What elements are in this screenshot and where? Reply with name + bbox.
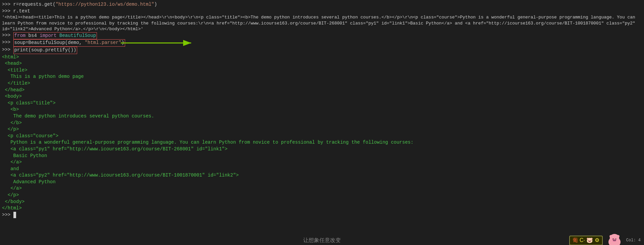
html-out-17: </a> <box>0 159 644 166</box>
line-5: >>> soup=BeautifulSoup(demo, "html.parse… <box>0 39 644 47</box>
svg-point-12 <box>616 235 620 238</box>
html-out-25: </html> <box>0 205 644 212</box>
prompt-1: >>> r=requests.get("https://python123.io… <box>2 1 157 8</box>
prompt-final: >>> <box>2 212 13 218</box>
html-out-20: Advanced Python <box>0 179 644 186</box>
html-out-4: This is a python demo page <box>0 74 644 80</box>
html-out-10: The demo python introduces several pytho… <box>0 113 644 120</box>
terminal: >>> r=requests.get("https://python123.io… <box>0 0 644 245</box>
html-out-21: </a> <box>0 185 644 192</box>
svg-point-9 <box>613 240 614 241</box>
bottom-right-area: 葡 C· 🐷 ⚙ <box>341 232 641 245</box>
html-out-3: <title> <box>0 67 644 74</box>
final-prompt[interactable]: >>> <box>0 212 644 218</box>
html-out-23: </p> <box>0 192 644 199</box>
prompt-2: >>> r.text <box>2 8 30 15</box>
cjk-icon-2: 🐷 <box>586 237 593 243</box>
html-out-8: <p class="title"> <box>0 100 644 107</box>
line-1: >>> r=requests.get("https://python123.io… <box>0 1 644 8</box>
html-out-12: </p> <box>0 126 644 133</box>
html-out-15: <a class="py1" href="http://www.icourse1… <box>0 146 644 153</box>
prompt-5: >>> <box>2 39 13 46</box>
cursor <box>13 212 16 218</box>
cjk-text: C· <box>580 237 585 243</box>
line-6: >>> print(soup.prettify()) <box>0 47 644 54</box>
svg-point-8 <box>612 239 616 242</box>
html-out-14: Python is a wonderful general-purpose pr… <box>0 139 644 146</box>
code-soup: soup=BeautifulSoup(demo, "html.parser") <box>13 39 125 47</box>
html-out-16: Basic Python <box>0 153 644 159</box>
html-out-24: </body> <box>0 199 644 205</box>
html-out-5: </title> <box>0 80 644 87</box>
prompt-6: >>> <box>2 47 13 53</box>
html-out-2: <head> <box>0 60 644 67</box>
col-info: Col: 4 <box>626 238 641 243</box>
html-out-13: <p class="course"> <box>0 133 644 140</box>
bottom-bar: 让想象任意改变 葡 C· 🐷 ⚙ <box>0 236 644 245</box>
html-out-6: </head> <box>0 87 644 94</box>
html-out-7: <body> <box>0 93 644 100</box>
html-out-9: <b> <box>0 106 644 113</box>
html-out-11: </b> <box>0 120 644 127</box>
cjk-toolbar[interactable]: 葡 C· 🐷 ⚙ <box>569 236 602 245</box>
svg-point-10 <box>614 240 615 241</box>
output-text-3: '<html><head><title>This is a python dem… <box>2 14 642 32</box>
cjk-icon-3: ⚙ <box>595 237 599 243</box>
html-out-18: and <box>0 166 644 173</box>
svg-point-11 <box>609 235 613 238</box>
line-3-output: '<html><head><title>This is a python dem… <box>0 14 644 32</box>
peppa-pig-icon <box>606 232 623 245</box>
line-4: >>> from bs4 import BeautifulSoup <box>0 32 644 40</box>
code-print: print(soup.prettify()) <box>13 47 77 54</box>
code-from: from bs4 import BeautifulSoup <box>13 32 97 40</box>
html-out-1: <html> <box>0 54 644 61</box>
line-2: >>> r.text <box>0 8 644 15</box>
html-out-19: <a class="py2" href="http://www.icourse1… <box>0 172 644 179</box>
prompt-4: >>> <box>2 32 13 39</box>
cjk-icon-1: 葡 <box>573 237 578 243</box>
bottom-center-text: 让想象任意改变 <box>303 237 341 244</box>
